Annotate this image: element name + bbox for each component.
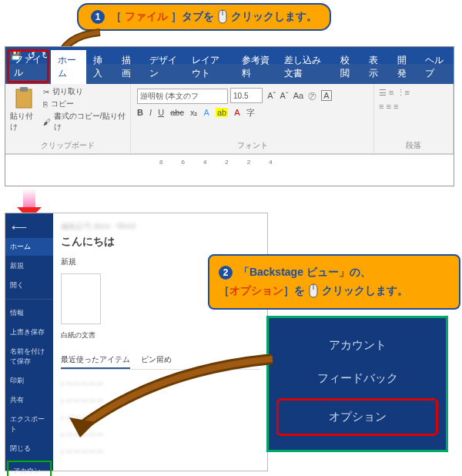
paste-button[interactable]: 貼り付け bbox=[10, 86, 38, 134]
copy-icon: ⎘ bbox=[43, 100, 48, 109]
multilevel-icon[interactable]: ⋮≡ bbox=[397, 88, 410, 97]
tab-home[interactable]: ホーム bbox=[51, 50, 86, 84]
char-border-icon[interactable]: A bbox=[321, 90, 331, 101]
backstage-sidebar: ⟵ ホーム 新規 開く 情報 上書き保存 名前を付けて保存 印刷 共有 エクスポ… bbox=[5, 213, 53, 471]
numbering-icon[interactable]: ≡ bbox=[389, 88, 393, 97]
instruction-callout-2: 2 「Backstage ビュー」の、 ［オプション］を クリックします。 bbox=[208, 254, 460, 310]
sub-sup-icon[interactable]: x₂ bbox=[190, 108, 198, 117]
paragraph-label: 段落 bbox=[379, 140, 448, 151]
instruction-callout-1: 1 ［ファイル］タブを クリックします。 bbox=[77, 3, 331, 31]
char-shading-icon[interactable]: 字 bbox=[246, 108, 255, 117]
clipboard-label: クリップボード bbox=[10, 140, 126, 151]
back-button[interactable]: ⟵ bbox=[5, 218, 53, 236]
tab-layout[interactable]: レイアウト bbox=[185, 50, 234, 84]
font-name-combo[interactable]: 游明朝 (本文のフ bbox=[137, 89, 228, 104]
sidebar-print[interactable]: 印刷 bbox=[5, 372, 53, 390]
mouse-icon bbox=[308, 283, 319, 299]
backstage-main: 編集記号.docx - Word こんにちは 新規 白紙の文書 最近使ったアイテ… bbox=[53, 213, 267, 471]
align-left-icon[interactable]: ≡ bbox=[379, 102, 383, 111]
highlight-file: ファイル bbox=[125, 10, 168, 24]
font-group: 游明朝 (本文のフ 10.5 Aˆ Aˇ Aa ㋐ A B I U abc x₂… bbox=[131, 84, 374, 153]
paragraph-group: ☰ ≡ ⋮≡ ≡ ≡ ≡ 段落 bbox=[374, 84, 454, 153]
clipboard-group: 貼り付け ✂切り取り ⎘コピー 🖌書式のコピー/貼り付け クリップボード bbox=[5, 84, 131, 153]
sidebar-bottom-highlight: アカウント フィードバック オプション bbox=[7, 461, 52, 476]
tab-references[interactable]: 参考資料 bbox=[235, 50, 277, 84]
ruler: 864224 bbox=[5, 154, 454, 169]
recent-tab[interactable]: 最近使ったアイテム bbox=[61, 354, 130, 369]
word-ribbon-window: 💾 ↺ ↻ ファイル ホーム 挿入 描画 デザイン レイアウト 参考資料 差し込… bbox=[5, 46, 454, 186]
sidebar-share[interactable]: 共有 bbox=[5, 391, 53, 409]
font-size-combo[interactable]: 10.5 bbox=[230, 88, 263, 103]
cut-button[interactable]: ✂切り取り bbox=[43, 86, 126, 97]
underline-button[interactable]: U bbox=[158, 108, 164, 117]
ribbon-body: 貼り付け ✂切り取り ⎘コピー 🖌書式のコピー/貼り付け クリップボード 游明朝… bbox=[5, 84, 454, 154]
sidebar-close[interactable]: 閉じる bbox=[5, 440, 53, 458]
sidebar-home[interactable]: ホーム bbox=[5, 238, 53, 256]
blank-doc-label: 白紙の文書 bbox=[61, 330, 259, 340]
grow-font-icon[interactable]: Aˆ bbox=[267, 91, 276, 100]
font-label: フォント bbox=[136, 140, 369, 151]
zoom-options[interactable]: オプション bbox=[276, 398, 438, 436]
zoom-account[interactable]: アカウント bbox=[269, 329, 446, 362]
sidebar-saveas[interactable]: 名前を付けて保存 bbox=[5, 343, 53, 370]
tab-insert[interactable]: 挿入 bbox=[86, 50, 115, 84]
copy-button[interactable]: ⎘コピー bbox=[43, 99, 126, 109]
pinned-tab[interactable]: ピン留め bbox=[141, 354, 172, 369]
align-center-icon[interactable]: ≡ bbox=[386, 102, 390, 111]
step-number: 1 bbox=[91, 10, 105, 24]
title-bar-blur: 編集記号.docx - Word bbox=[61, 221, 259, 232]
bold-button[interactable]: B bbox=[137, 108, 143, 117]
sidebar-info[interactable]: 情報 bbox=[5, 304, 53, 322]
highlight-icon[interactable]: ab bbox=[216, 108, 228, 117]
change-case-icon[interactable]: Aa bbox=[293, 91, 303, 100]
align-right-icon[interactable]: ≡ bbox=[393, 102, 398, 111]
zoom-feedback[interactable]: フィードバック bbox=[269, 362, 446, 395]
tab-mailings[interactable]: 差し込み文書 bbox=[277, 50, 334, 84]
text-effects-icon[interactable]: A bbox=[204, 108, 209, 117]
italic-button[interactable]: I bbox=[149, 108, 152, 117]
svg-rect-1 bbox=[16, 89, 32, 108]
strike-button[interactable]: abc bbox=[170, 108, 184, 117]
tab-design[interactable]: デザイン bbox=[142, 50, 185, 84]
tab-developer[interactable]: 開発 bbox=[390, 50, 419, 84]
tab-draw[interactable]: 描画 bbox=[115, 50, 143, 84]
backstage-window: ⟵ ホーム 新規 開く 情報 上書き保存 名前を付けて保存 印刷 共有 エクスポ… bbox=[5, 213, 268, 471]
tab-file[interactable]: ファイル bbox=[7, 49, 49, 83]
sidebar-zoom-panel: アカウント フィードバック オプション bbox=[266, 316, 448, 452]
sidebar-open[interactable]: 開く bbox=[5, 277, 53, 294]
mouse-icon bbox=[217, 9, 228, 25]
tab-review[interactable]: 校閲 bbox=[333, 50, 362, 84]
phonetic-guide-icon[interactable]: ㋐ bbox=[308, 91, 316, 100]
tab-view[interactable]: 表示 bbox=[362, 50, 390, 84]
scissors-icon: ✂ bbox=[43, 88, 49, 96]
recent-list-blur: ▪ ーーーーー▪ ーーーーー▪ ーーーーー▪ ーーーーー▪ ーーーーー bbox=[61, 376, 259, 461]
sidebar-new[interactable]: 新規 bbox=[5, 257, 53, 275]
sidebar-export[interactable]: エクスポート bbox=[5, 411, 53, 438]
shrink-font-icon[interactable]: Aˇ bbox=[280, 91, 289, 100]
tab-help[interactable]: ヘルプ bbox=[418, 50, 454, 84]
blank-doc-thumb[interactable] bbox=[61, 273, 101, 324]
step-number-2: 2 bbox=[219, 266, 233, 280]
sidebar-account[interactable]: アカウント bbox=[8, 462, 50, 476]
ribbon-tabs: ファイル ホーム 挿入 描画 デザイン レイアウト 参考資料 差し込み文書 校閲… bbox=[5, 64, 454, 84]
sidebar-save[interactable]: 上書き保存 bbox=[5, 323, 53, 341]
font-color-icon[interactable]: A bbox=[234, 108, 239, 117]
bullets-icon[interactable]: ☰ bbox=[379, 88, 387, 97]
clipboard-icon bbox=[13, 86, 35, 109]
greeting: こんにちは bbox=[61, 235, 259, 249]
brush-icon: 🖌 bbox=[43, 118, 51, 126]
svg-rect-2 bbox=[20, 87, 28, 92]
highlight-options: オプション bbox=[229, 284, 283, 297]
format-painter-button[interactable]: 🖌書式のコピー/貼り付け bbox=[43, 111, 126, 132]
